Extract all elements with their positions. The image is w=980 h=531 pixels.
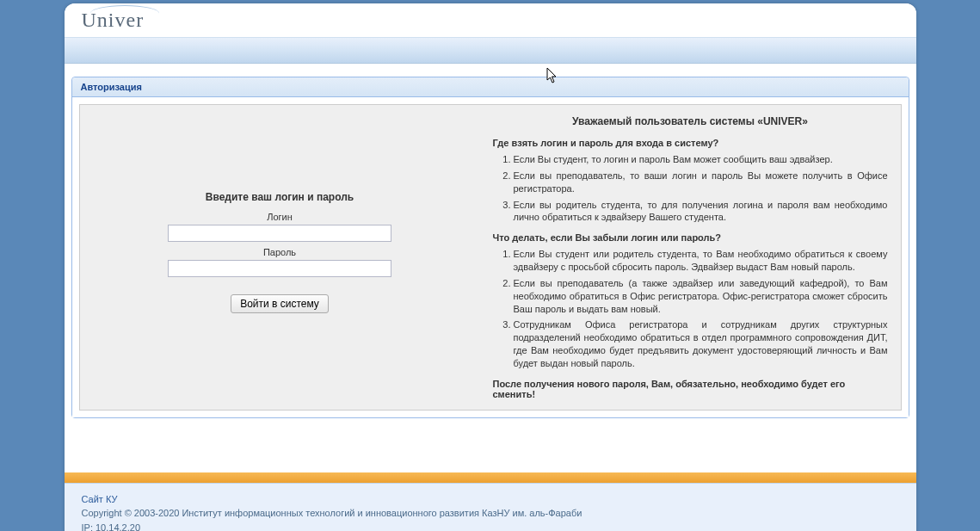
list-item: Если вы родитель студента, то для получе… — [514, 199, 888, 225]
panel-body: Введите ваш логин и пароль Логин Пароль … — [72, 97, 909, 417]
auth-panel: Авторизация Введите ваш логин и пароль Л… — [71, 77, 909, 418]
info-column: Уважаемый пользователь системы «UNIVER» … — [480, 105, 901, 410]
info-q1-list: Если Вы студент, то логин и пароль Вам м… — [493, 153, 888, 224]
info-q2-list: Если Вы студент или родитель студента, т… — [493, 248, 888, 370]
list-item: Если Вы студент, то логин и пароль Вам м… — [514, 153, 888, 166]
list-item: Если вы преподаватель, то ваши логин и п… — [514, 170, 888, 195]
list-item: Если вы преподаватель (а также эдвайзер … — [514, 277, 888, 316]
login-column: Введите ваш логин и пароль Логин Пароль … — [80, 105, 480, 410]
info-q1: Где взять логин и пароль для входа в сис… — [493, 138, 888, 148]
login-form-title: Введите ваш логин и пароль — [97, 191, 463, 203]
info-q2: Что делать, если Вы забыли логин или пар… — [493, 232, 888, 243]
list-item: Сотрудникам Офиса регистратора и сотрудн… — [514, 318, 888, 369]
login-input[interactable] — [168, 225, 391, 242]
password-input[interactable] — [168, 260, 391, 277]
orange-divider — [65, 472, 916, 483]
logo: Univer — [82, 9, 899, 32]
footer: Сайт КУ Copyright © 2003-2020 Институт и… — [65, 483, 916, 531]
info-heading: Уважаемый пользователь системы «UNIVER» — [493, 115, 888, 127]
gap — [65, 64, 916, 77]
header: Univer — [65, 3, 916, 38]
main-container: Univer Авторизация Введите ваш логин и п… — [65, 3, 916, 531]
content-box: Введите ваш логин и пароль Логин Пароль … — [79, 104, 902, 411]
info-final-note: После получения нового пароля, Вам, обяз… — [493, 379, 888, 399]
site-link[interactable]: Сайт КУ — [82, 494, 118, 504]
ip-text: IP: 10.14.2.20 — [82, 522, 141, 531]
login-label: Логин — [97, 212, 463, 222]
submit-button[interactable]: Войти в систему — [231, 294, 329, 313]
panel-title: Авторизация — [72, 77, 909, 97]
list-item: Если Вы студент или родитель студента, т… — [514, 248, 888, 274]
password-label: Пароль — [97, 247, 463, 257]
copyright-text: Copyright © 2003-2020 Институт информаци… — [82, 508, 582, 518]
nav-bar — [65, 38, 916, 64]
spacer — [65, 425, 916, 472]
